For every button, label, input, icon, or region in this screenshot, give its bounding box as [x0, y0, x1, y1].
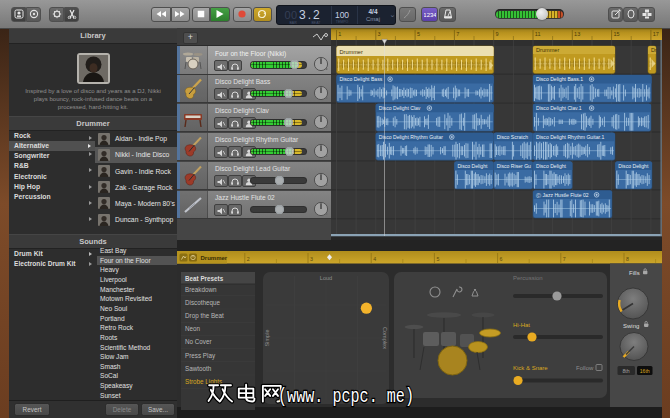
- svg-text:Follow: Follow: [576, 365, 594, 371]
- svg-text:Breakdown: Breakdown: [185, 286, 217, 293]
- svg-text:13: 13: [574, 31, 580, 37]
- svg-text:4: 4: [373, 256, 376, 262]
- svg-text:2: 2: [247, 256, 250, 262]
- svg-text:3: 3: [310, 256, 313, 262]
- svg-text:9: 9: [496, 31, 499, 37]
- svg-text:Ⓒ Jazz Hustle Flute 02: Ⓒ Jazz Hustle Flute 02: [536, 192, 589, 198]
- svg-text:Neon: Neon: [185, 325, 201, 332]
- svg-text:Disco Delight: Disco Delight: [618, 163, 649, 169]
- svg-text:Disco Delight Rhythm Guitar: Disco Delight Rhythm Guitar: [379, 134, 444, 140]
- svg-text:Loud: Loud: [320, 275, 332, 281]
- svg-text:Percussion: Percussion: [513, 275, 543, 281]
- svg-text:7: 7: [456, 31, 459, 37]
- svg-text:Disco Scratch: Disco Scratch: [497, 134, 529, 140]
- svg-text:Discotheque: Discotheque: [185, 299, 221, 307]
- svg-text:Disco Delight Clav.1: Disco Delight Clav.1: [536, 105, 582, 111]
- svg-text:Dr: Dr: [651, 47, 657, 53]
- svg-text:7: 7: [563, 256, 566, 262]
- svg-text:Disco Delight: Disco Delight: [536, 163, 567, 169]
- svg-text:Drummer: Drummer: [536, 47, 559, 53]
- svg-text:Hi-Hat: Hi-Hat: [513, 322, 530, 328]
- svg-text:5: 5: [417, 31, 420, 37]
- svg-text:1: 1: [338, 31, 341, 37]
- svg-text:Disco Delight: Disco Delight: [457, 163, 488, 169]
- svg-text:Disco Delight Bass.1: Disco Delight Bass.1: [536, 76, 583, 82]
- svg-text:8: 8: [626, 256, 629, 262]
- svg-text:Drop the Beat: Drop the Beat: [185, 312, 224, 320]
- svg-text:17: 17: [653, 31, 659, 37]
- svg-text:6: 6: [500, 256, 503, 262]
- svg-text:Drummer: Drummer: [201, 255, 228, 261]
- svg-text:Disco Delight Clav: Disco Delight Clav: [379, 105, 421, 111]
- svg-text:Complex: Complex: [382, 327, 388, 349]
- svg-text:15: 15: [613, 31, 619, 37]
- svg-text:No Cover: No Cover: [185, 338, 212, 345]
- svg-text:Simple: Simple: [264, 329, 270, 346]
- svg-text:11: 11: [535, 31, 541, 37]
- svg-text:8th: 8th: [622, 368, 629, 374]
- svg-text:16th: 16th: [640, 368, 650, 374]
- svg-text:Kick & Snare: Kick & Snare: [513, 365, 548, 371]
- svg-text:Swing: Swing: [623, 323, 639, 329]
- svg-text:Sawtooth: Sawtooth: [185, 365, 212, 372]
- svg-text:Disco Delight Rhythm Guitar.1: Disco Delight Rhythm Guitar.1: [536, 134, 604, 140]
- svg-text:1234: 1234: [424, 12, 436, 18]
- svg-text:Disco Delight Bass: Disco Delight Bass: [340, 76, 383, 82]
- svg-text:Press Play: Press Play: [185, 352, 216, 360]
- svg-text:Beat Presets: Beat Presets: [185, 275, 224, 282]
- svg-text:5: 5: [436, 256, 439, 262]
- svg-text:Fills: Fills: [629, 270, 640, 276]
- svg-text:3: 3: [378, 31, 381, 37]
- svg-text:Drummer: Drummer: [340, 49, 363, 55]
- svg-text:Disco Riser Gu: Disco Riser Gu: [497, 163, 531, 169]
- svg-text:(www. pcpc. me): (www. pcpc. me): [278, 385, 414, 408]
